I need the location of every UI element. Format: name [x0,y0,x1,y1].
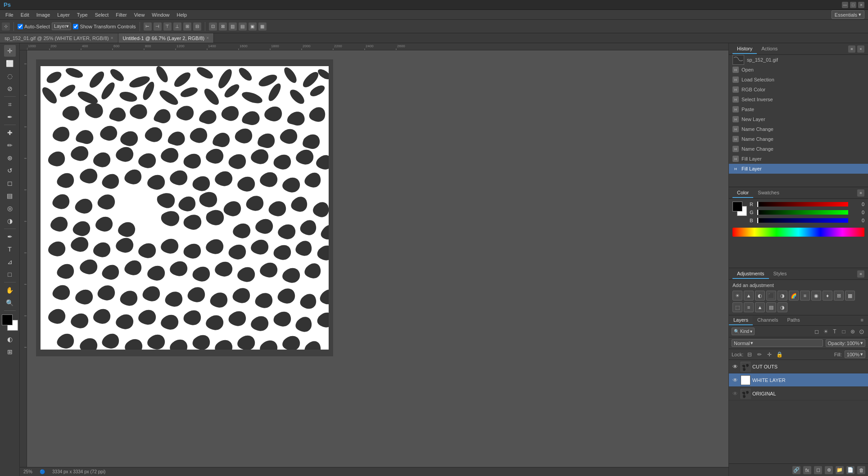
history-item-fill-layer-2[interactable]: H Fill Layer [729,164,868,174]
tab-document-1[interactable]: sp_152_01.gif @ 25% (WHITE LAYER, RGB/8)… [0,33,118,43]
workspace-dropdown[interactable]: Essentials ▾ [832,10,864,19]
adj-colorbalance-btn[interactable]: ≡ [800,291,810,301]
menu-filter[interactable]: Filter [112,11,130,18]
distribute-icon-3[interactable]: ▥ [229,22,237,31]
adj-exposure-btn[interactable]: ⬛ [766,291,776,301]
layers-fill-control[interactable]: 100% ▾ [845,350,865,358]
adj-colorlookup-btn[interactable]: ▦ [845,291,855,301]
adj-curves-btn[interactable]: ◐ [755,291,765,301]
canvas-image[interactable] [41,66,329,350]
menu-edit[interactable]: Edit [17,11,33,18]
clone-stamp-tool[interactable]: ⊛ [4,152,16,164]
layers-panel-collapse[interactable]: ≡ [856,315,868,325]
history-item-rgb-color[interactable]: H RGB Color [729,85,868,94]
history-item-load-selection[interactable]: H Load Selection [729,75,868,85]
menu-type[interactable]: Type [73,11,91,18]
filter-smart-icon[interactable]: ⊛ [849,328,856,335]
delete-layer-btn[interactable]: 🗑 [857,466,865,474]
tab-paths[interactable]: Paths [783,315,805,325]
create-new-layer-btn[interactable]: 📄 [846,466,854,474]
tab-channels[interactable]: Channels [753,315,782,325]
history-item-open[interactable]: H Open [729,65,868,75]
eraser-tool[interactable]: ◻ [4,177,16,189]
adj-threshold-btn[interactable]: ▲ [755,302,765,312]
shape-tool[interactable]: □ [4,269,16,280]
move-tool-icon[interactable]: ⊹ [2,22,10,31]
brush-tool[interactable]: ✏ [4,139,16,151]
adjustments-collapse-btn[interactable]: ≡ [857,270,864,278]
canvas-container[interactable] [27,50,728,467]
tab-actions[interactable]: Actions [757,44,782,54]
tab-history[interactable]: History [732,44,757,54]
foreground-color-swatch[interactable] [2,314,13,325]
color-spectrum[interactable] [732,228,864,237]
layer-item-original[interactable]: 👁 ORIGINAL [729,387,868,400]
filter-pixel-icon[interactable]: ◻ [813,328,820,335]
adj-photofilter-btn[interactable]: ♦ [823,291,832,301]
screen-mode-tool[interactable]: ⊞ [4,346,16,358]
menu-image[interactable]: Image [33,11,54,18]
history-item-select-inverse[interactable]: H Select Inverse [729,94,868,104]
layers-kind-dropdown[interactable]: 🔍 Kind ▾ [732,328,755,335]
create-fill-adj-btn[interactable]: ⊕ [825,466,833,474]
maximize-button[interactable]: □ [850,2,856,8]
blur-tool[interactable]: ◎ [4,202,16,214]
adj-bw-btn[interactable]: ◉ [811,291,821,301]
lock-all-icon[interactable]: 🔒 [776,351,783,358]
history-collapse-btn[interactable]: ≡ [848,45,855,53]
adj-gradientmap-btn[interactable]: ▤ [766,302,776,312]
filter-shape-icon[interactable]: □ [840,328,847,335]
add-mask-btn[interactable]: ◻ [814,466,822,474]
adj-vibrance-btn[interactable]: ◑ [778,291,787,301]
text-tool[interactable]: T [4,243,16,255]
history-item-name-change-2[interactable]: H Name Change [729,134,868,144]
layer-item-cut-outs[interactable]: 👁 CUT OUTS [729,360,868,373]
align-left-icon[interactable]: ⊢ [144,22,152,31]
close-button[interactable]: × [858,2,864,8]
lock-image-icon[interactable]: ✏ [756,351,763,358]
transform-checkbox[interactable] [73,24,78,29]
color-g-slider[interactable] [757,210,848,215]
auto-select-checkbox[interactable] [18,24,23,29]
tab-document-2[interactable]: Untitled-1 @ 66.7% (Layer 2, RGB/8) × [118,33,214,43]
layer-visibility-cut-outs[interactable]: 👁 [732,363,739,370]
tab-color[interactable]: Color [732,188,753,198]
marquee-tool[interactable]: ⬜ [4,58,16,69]
link-layers-btn[interactable]: 🔗 [792,466,800,474]
minimize-button[interactable]: — [842,2,848,8]
adj-posterize-btn[interactable]: ≡ [744,302,754,312]
lock-position-icon[interactable]: ✛ [766,351,773,358]
history-brush-tool[interactable]: ↺ [4,165,16,176]
color-fg-swatch[interactable] [732,202,742,211]
move-tool[interactable]: ✛ [4,45,16,57]
menu-help[interactable]: Help [173,11,190,18]
tab-adjustments[interactable]: Adjustments [732,269,769,279]
distribute-icon-2[interactable]: ⊠ [219,22,227,31]
color-r-slider[interactable] [757,202,848,207]
filter-adj-icon[interactable]: ☀ [822,328,829,335]
align-top-icon[interactable]: ⊥ [173,22,181,31]
hand-tool[interactable]: ✋ [4,284,16,296]
menu-window[interactable]: Window [148,11,173,18]
color-b-slider[interactable] [757,218,848,223]
menu-select[interactable]: Select [91,11,113,18]
align-center-h-icon[interactable]: ⊣ [154,22,162,31]
distribute-icon-5[interactable]: ▣ [249,22,257,31]
tab-styles[interactable]: Styles [769,269,791,279]
history-item-name-change-1[interactable]: H Name Change [729,124,868,134]
distribute-icon-1[interactable]: ⊡ [209,22,217,31]
layers-opacity-control[interactable]: Opacity: 100% ▾ [826,339,866,347]
adj-invert-btn[interactable]: ⬚ [732,302,742,312]
crop-tool[interactable]: ⌗ [4,99,16,110]
create-group-btn[interactable]: 📁 [836,466,844,474]
adj-hsl-btn[interactable]: 🌈 [789,291,799,301]
align-bottom-icon[interactable]: ⊟ [193,22,201,31]
filter-text-icon[interactable]: T [831,328,838,335]
menu-view[interactable]: View [131,11,149,18]
dodge-tool[interactable]: ◑ [4,215,16,227]
adj-selectivecolor-btn[interactable]: ◑ [778,302,787,312]
tab-swatches[interactable]: Swatches [753,188,784,198]
menu-file[interactable]: File [2,11,17,18]
distribute-icon-6[interactable]: ▦ [258,22,267,31]
quick-mask-tool[interactable]: ◐ [4,333,16,345]
